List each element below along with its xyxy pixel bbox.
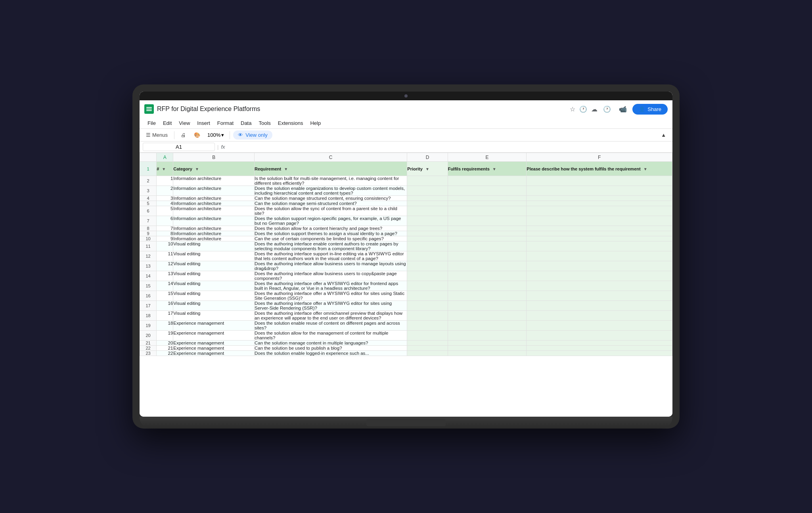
cell-requirement-13[interactable]: Does the authoring interface allow busin… xyxy=(254,261,407,271)
spreadsheet-container[interactable]: A B C D E F 1 # ▼ xyxy=(140,153,672,417)
cell-fulfils-10[interactable] xyxy=(448,236,527,241)
cell-id-15[interactable]: 14 xyxy=(157,281,173,291)
cell-describe-6[interactable] xyxy=(527,206,672,216)
cell-requirement-20[interactable]: Does the solution allow for the manageme… xyxy=(254,331,407,341)
cell-requirement-11[interactable]: Does the authoring interface enable cont… xyxy=(254,241,407,251)
cell-describe-14[interactable] xyxy=(527,271,672,281)
cell-describe-20[interactable] xyxy=(527,331,672,341)
cell-category-13[interactable]: Visual editing xyxy=(173,261,255,271)
cell-priority-3[interactable] xyxy=(407,186,448,196)
cell-priority-17[interactable] xyxy=(407,301,448,311)
cell-priority-12[interactable] xyxy=(407,251,448,261)
cell-requirement-4[interactable]: Can the solution manage structured conte… xyxy=(254,196,407,201)
cell-id-23[interactable]: 22 xyxy=(157,351,173,356)
cell-id-16[interactable]: 15 xyxy=(157,291,173,301)
share-button[interactable]: 👤 Share xyxy=(632,104,668,115)
cell-priority-6[interactable] xyxy=(407,206,448,216)
cell-id-22[interactable]: 21 xyxy=(157,346,173,351)
cell-category-4[interactable]: Information architecture xyxy=(173,196,255,201)
cell-id-10[interactable]: 9 xyxy=(157,236,173,241)
menus-button[interactable]: ☰ Menus xyxy=(143,130,171,140)
cell-describe-9[interactable] xyxy=(527,231,672,236)
cell-describe-3[interactable] xyxy=(527,186,672,196)
cell-describe-23[interactable] xyxy=(527,351,672,356)
cell-describe-8[interactable] xyxy=(527,226,672,231)
cell-requirement-9[interactable]: Does the solution support themes to assi… xyxy=(254,231,407,236)
cell-describe-10[interactable] xyxy=(527,236,672,241)
cell-priority-5[interactable] xyxy=(407,201,448,206)
cell-priority-22[interactable] xyxy=(407,346,448,351)
cell-priority-16[interactable] xyxy=(407,291,448,301)
col-header-b[interactable]: B xyxy=(173,153,255,162)
cell-fulfils-23[interactable] xyxy=(448,351,527,356)
cell-priority-9[interactable] xyxy=(407,231,448,236)
cell-id-5[interactable]: 4 xyxy=(157,201,173,206)
cell-id-8[interactable]: 7 xyxy=(157,226,173,231)
menu-data[interactable]: Data xyxy=(237,119,255,128)
cell-requirement-15[interactable]: Does the authoring interface offer a WYS… xyxy=(254,281,407,291)
video-btn[interactable]: 📹 xyxy=(617,103,629,115)
filter-icon-f[interactable]: ▼ xyxy=(643,167,647,171)
cell-describe-16[interactable] xyxy=(527,291,672,301)
cell-id-19[interactable]: 18 xyxy=(157,321,173,331)
filter-icon-a[interactable]: ▼ xyxy=(162,167,166,171)
cell-fulfils-18[interactable] xyxy=(448,311,527,321)
cell-category-5[interactable]: Information architecture xyxy=(173,201,255,206)
cell-fulfils-17[interactable] xyxy=(448,301,527,311)
cell-fulfils-19[interactable] xyxy=(448,321,527,331)
cell-id-14[interactable]: 13 xyxy=(157,271,173,281)
cell-describe-18[interactable] xyxy=(527,311,672,321)
cell-priority-14[interactable] xyxy=(407,271,448,281)
menu-help[interactable]: Help xyxy=(307,119,324,128)
cell-describe-4[interactable] xyxy=(527,196,672,201)
cell-fulfils-16[interactable] xyxy=(448,291,527,301)
cell-requirement-6[interactable]: Does the solution allow the sync of cont… xyxy=(254,206,407,216)
cell-priority-8[interactable] xyxy=(407,226,448,231)
cell-requirement-10[interactable]: Can the use of certain components be lim… xyxy=(254,236,407,241)
filter-icon-b[interactable]: ▼ xyxy=(195,167,199,171)
cell-id-9[interactable]: 8 xyxy=(157,231,173,236)
cell-category-2[interactable]: Information architecture xyxy=(173,176,255,186)
print-button[interactable]: 🖨 xyxy=(178,130,189,140)
cell-priority-19[interactable] xyxy=(407,321,448,331)
cell-priority-20[interactable] xyxy=(407,331,448,341)
cell-category-10[interactable]: Information architecture xyxy=(173,236,255,241)
cell-describe-12[interactable] xyxy=(527,251,672,261)
star-icon[interactable]: ☆ xyxy=(570,105,575,113)
cell-describe-13[interactable] xyxy=(527,261,672,271)
paint-format-button[interactable]: 🎨 xyxy=(191,130,203,140)
cell-fulfils-3[interactable] xyxy=(448,186,527,196)
cell-priority-7[interactable] xyxy=(407,216,448,226)
cell-requirement-5[interactable]: Can the solution manage semi-structured … xyxy=(254,201,407,206)
cell-fulfils-14[interactable] xyxy=(448,271,527,281)
cell-category-23[interactable]: Experience management xyxy=(173,351,255,356)
cell-priority-2[interactable] xyxy=(407,176,448,186)
col-header-e[interactable]: E xyxy=(448,153,527,162)
cell-priority-21[interactable] xyxy=(407,341,448,346)
history-btn[interactable]: 🕐 xyxy=(601,103,613,115)
cell-category-16[interactable]: Visual editing xyxy=(173,291,255,301)
cell-requirement-17[interactable]: Does the authoring interface offer a WYS… xyxy=(254,301,407,311)
cell-requirement-2[interactable]: Is the solution built for multi-site man… xyxy=(254,176,407,186)
cell-fulfils-7[interactable] xyxy=(448,216,527,226)
cell-id-13[interactable]: 12 xyxy=(157,261,173,271)
cell-category-14[interactable]: Visual editing xyxy=(173,271,255,281)
cell-describe-21[interactable] xyxy=(527,341,672,346)
cell-priority-13[interactable] xyxy=(407,261,448,271)
header-cell-a[interactable]: # ▼ xyxy=(157,162,173,176)
cell-requirement-3[interactable]: Does the solution enable organizations t… xyxy=(254,186,407,196)
cell-category-11[interactable]: Visual editing xyxy=(173,241,255,251)
header-cell-c[interactable]: Requirement ▼ xyxy=(254,162,407,176)
view-only-button[interactable]: 👁 View only xyxy=(233,130,272,140)
menu-format[interactable]: Format xyxy=(214,119,237,128)
cell-describe-2[interactable] xyxy=(527,176,672,186)
zoom-selector[interactable]: 100% ▾ xyxy=(205,131,226,139)
cell-priority-23[interactable] xyxy=(407,351,448,356)
cell-category-15[interactable]: Visual editing xyxy=(173,281,255,291)
cell-describe-17[interactable] xyxy=(527,301,672,311)
cell-requirement-18[interactable]: Does the authoring interface offer omnic… xyxy=(254,311,407,321)
cell-category-21[interactable]: Experience management xyxy=(173,341,255,346)
cell-describe-7[interactable] xyxy=(527,216,672,226)
cell-fulfils-22[interactable] xyxy=(448,346,527,351)
menu-view[interactable]: View xyxy=(176,119,193,128)
